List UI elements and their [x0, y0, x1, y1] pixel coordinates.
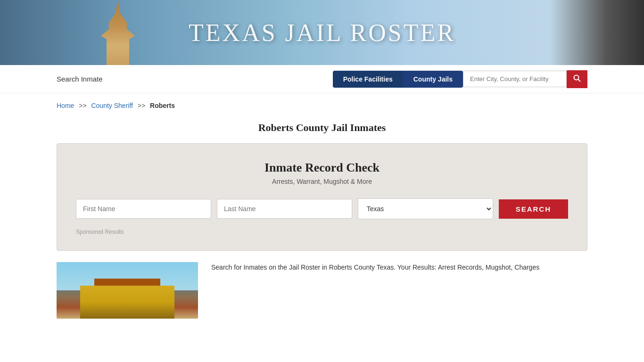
police-facilities-button[interactable]: Police Facilities — [333, 71, 403, 88]
first-name-input[interactable] — [76, 199, 211, 219]
bottom-description: Search for Inmates on the Jail Roster in… — [211, 262, 587, 272]
county-building-image — [57, 262, 198, 319]
facility-search-button[interactable] — [567, 70, 587, 88]
page-title: Roberts County Jail Inmates — [0, 122, 644, 134]
last-name-input[interactable] — [217, 199, 352, 219]
sponsored-label: Sponsored Results — [76, 229, 568, 235]
facility-search-input[interactable] — [463, 71, 567, 87]
keys-image — [550, 0, 644, 65]
nav-bar: Search Inmate Police Facilities County J… — [0, 65, 644, 93]
search-form-row: AlabamaAlaskaArizonaArkansasCaliforniaCo… — [76, 198, 568, 219]
inmate-search-button[interactable]: SEARCH — [499, 199, 568, 219]
search-icon — [573, 74, 581, 82]
search-inmate-label: Search Inmate — [57, 75, 103, 83]
breadcrumb-separator-2: >> — [138, 102, 145, 109]
breadcrumb-home-link[interactable]: Home — [57, 102, 74, 109]
breadcrumb: Home >> County Sheriff >> Roberts — [0, 93, 644, 114]
svg-point-0 — [574, 75, 579, 80]
breadcrumb-separator-1: >> — [79, 102, 86, 109]
nav-right-section: Police Facilities County Jails — [333, 70, 587, 88]
breadcrumb-current: Roberts — [150, 102, 175, 109]
county-jails-button[interactable]: County Jails — [403, 71, 463, 88]
bottom-section: Search for Inmates on the Jail Roster in… — [0, 262, 644, 319]
header-banner: Texas Jail Roster — [0, 0, 644, 65]
building-facade — [80, 286, 174, 319]
state-select[interactable]: AlabamaAlaskaArizonaArkansasCaliforniaCo… — [358, 198, 493, 219]
record-check-subtitle: Arrests, Warrant, Mugshot & More — [76, 178, 568, 185]
record-check-title: Inmate Record Check — [76, 161, 568, 175]
svg-line-1 — [578, 79, 581, 82]
record-check-box: Inmate Record Check Arrests, Warrant, Mu… — [57, 143, 587, 251]
site-title: Texas Jail Roster — [189, 19, 455, 47]
breadcrumb-county-sheriff-link[interactable]: County Sheriff — [91, 102, 133, 109]
